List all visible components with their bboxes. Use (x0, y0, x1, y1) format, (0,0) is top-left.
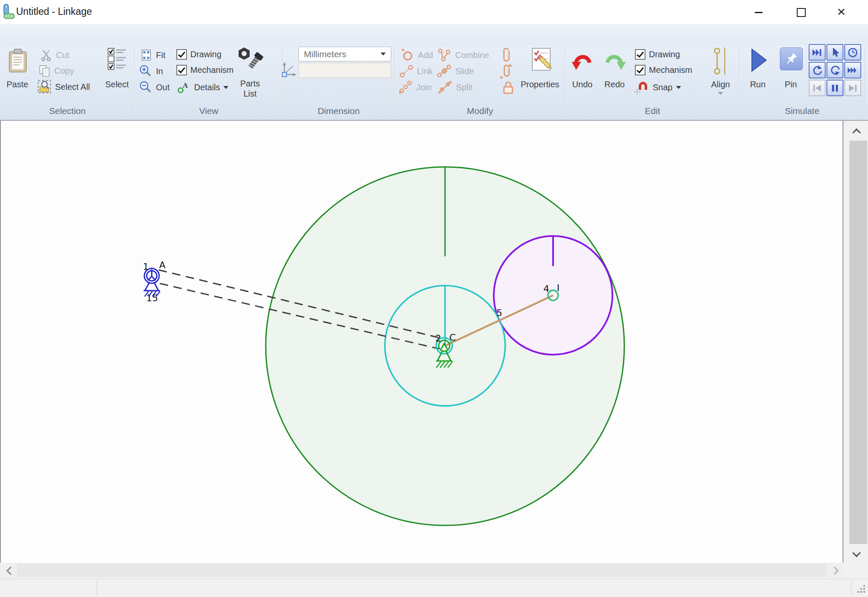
maximize-button[interactable] (793, 6, 809, 19)
step-to-start-button[interactable] (809, 80, 826, 96)
vertical-scrollbar-thumb[interactable] (849, 141, 867, 544)
view-mechanism-label: Mechanism (190, 65, 234, 75)
add-button[interactable]: Add (400, 48, 433, 62)
label-joint-2: 2 (435, 333, 441, 344)
fast-forward-to-end-icon (812, 48, 823, 57)
anchor-joint-A[interactable] (144, 269, 160, 297)
group-divider (865, 48, 865, 113)
align-icon (711, 47, 730, 77)
units-combobox[interactable]: Millimeters (298, 47, 391, 61)
title-bar: Untitled - Linkage × (0, 0, 868, 24)
loop-once-button[interactable] (826, 62, 843, 78)
fast-forward-to-end-button[interactable] (809, 44, 826, 61)
loop-button[interactable] (809, 62, 826, 78)
label-joint-I: I (557, 283, 560, 293)
copy-icon (38, 64, 51, 77)
join-label: Join (416, 83, 432, 92)
time-settings-button[interactable] (844, 44, 861, 61)
zoom-in-label: In (156, 67, 163, 76)
group-divider (394, 48, 395, 113)
close-button[interactable]: × (834, 6, 849, 19)
paste-button[interactable]: Paste (3, 47, 31, 99)
checkbox-checked-icon (176, 49, 187, 60)
status-bar (0, 579, 868, 597)
clock-icon (848, 47, 858, 58)
group-divider (282, 48, 283, 113)
properties-button[interactable]: Properties (516, 47, 564, 99)
checkbox-checked-icon (635, 49, 645, 60)
select-all-icon (37, 80, 52, 94)
status-pane-divider (851, 580, 851, 596)
maximize-icon (797, 8, 806, 17)
combine-label: Combine (455, 50, 489, 60)
edit-mechanism-checkbox[interactable]: Mechanism (635, 65, 692, 75)
zoom-in-button[interactable]: In (139, 64, 163, 78)
add-link-icon (400, 48, 415, 62)
view-mechanism-checkbox[interactable]: Mechanism (176, 65, 234, 75)
parts-list-button[interactable]: Parts List (234, 47, 266, 109)
resize-grip[interactable] (857, 585, 865, 593)
edit-drawing-checkbox[interactable]: Drawing (635, 49, 680, 60)
align-dropdown-button[interactable]: Align (704, 47, 737, 102)
cut-scissors-icon (40, 49, 53, 61)
snap-dropdown-button[interactable]: Snap (634, 80, 681, 95)
close-icon: × (837, 3, 846, 20)
fit-label: Fit (156, 50, 165, 60)
redo-button[interactable]: Redo (600, 47, 629, 99)
combine-button[interactable]: Combine (437, 48, 489, 62)
group-label-selection: Selection (0, 106, 135, 117)
group-label-modify: Modify (395, 106, 565, 117)
horizontal-scrollbar-thumb[interactable] (17, 564, 826, 577)
undo-button[interactable]: Undo (568, 47, 597, 99)
split-label: Split (456, 83, 473, 92)
run-label: Run (739, 80, 776, 89)
fast-forward-button[interactable] (844, 62, 861, 78)
split-button[interactable]: Split (437, 81, 473, 94)
pause-button[interactable] (826, 80, 843, 96)
group-label-simulate: Simulate (740, 106, 865, 117)
parts-list-label-line1: Parts (229, 79, 271, 89)
horizontal-scrollbar-track[interactable] (0, 563, 843, 579)
dimension-value-input[interactable] (298, 63, 391, 78)
group-label-edit: Edit (565, 106, 740, 117)
label-joint-1: 1 (143, 261, 149, 272)
pin-icon (780, 47, 803, 70)
label-joint-A: A (159, 260, 165, 270)
split-link-icon (437, 81, 453, 94)
pin-button[interactable]: Pin (777, 47, 804, 99)
details-icon: A (177, 81, 191, 94)
view-drawing-checkbox[interactable]: Drawing (176, 49, 221, 60)
paste-label: Paste (0, 80, 36, 89)
minimize-button[interactable] (751, 6, 766, 19)
copy-button[interactable]: Copy (38, 64, 74, 77)
select-all-button[interactable]: Select All (37, 80, 90, 94)
step-to-end-button[interactable] (844, 80, 861, 96)
join-button[interactable]: Join (398, 81, 432, 94)
run-button[interactable]: Run (744, 47, 771, 99)
properties-icon (528, 47, 554, 75)
zoom-out-label: Out (156, 83, 170, 92)
select-button[interactable]: Select (102, 47, 132, 99)
zoom-in-icon (139, 64, 153, 78)
cut-label: Cut (56, 50, 69, 60)
slide-button[interactable]: Slide (437, 64, 474, 78)
link-button[interactable]: Link (399, 64, 433, 78)
details-dropdown-button[interactable]: A Details (177, 81, 228, 94)
attach-button[interactable] (500, 47, 513, 64)
combine-links-icon (437, 48, 452, 62)
join-joints-icon (398, 81, 413, 94)
fit-button[interactable]: Fit (140, 49, 165, 61)
group-label-dimension: Dimension (283, 106, 395, 117)
attach-fastener-button[interactable] (498, 63, 514, 81)
checkbox-checked-icon (635, 65, 645, 75)
svg-text:A: A (183, 81, 188, 89)
label-link-5: 5 (496, 308, 502, 318)
slide-label: Slide (455, 67, 474, 76)
select-checklist-icon (107, 47, 127, 71)
zoom-out-button[interactable]: Out (139, 81, 170, 94)
select-pointer-mode-button[interactable] (826, 44, 843, 61)
snap-label: Snap (653, 83, 673, 92)
zoom-out-icon (139, 81, 153, 94)
cut-button[interactable]: Cut (40, 49, 69, 61)
align-label: Align (698, 80, 743, 89)
